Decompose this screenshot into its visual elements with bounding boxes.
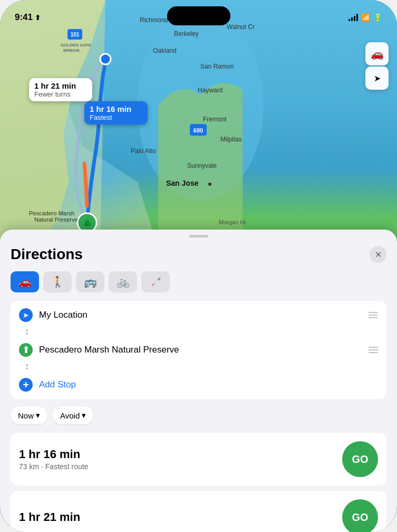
svg-text:BRIDGE: BRIDGE (63, 48, 80, 53)
signal-strength-icon (348, 14, 358, 21)
tab-drive[interactable]: 🚗 (11, 271, 39, 292)
route-1-time: 1 hr 21 min (34, 81, 87, 90)
route-1-label: Fewer turns (34, 90, 87, 98)
route-inputs: ➤ My Location (11, 301, 386, 399)
svg-text:680: 680 (193, 127, 203, 134)
status-icons: 📶 🔋 (348, 13, 382, 22)
time-label: Now (18, 411, 34, 420)
route-1-duration: 1 hr 16 min (19, 448, 89, 461)
destination-drag-handle[interactable] (369, 347, 378, 353)
avoid-picker[interactable]: Avoid ▾ (53, 406, 93, 424)
route-2-info: 1 hr 21 min (19, 510, 80, 524)
route-card-second[interactable]: 1 hr 21 min GO (11, 491, 386, 532)
route-bubble-fastest[interactable]: 1 hr 16 min Fastest (84, 101, 148, 125)
card-indicator (10, 433, 11, 486)
options-row: Now ▾ Avoid ▾ (11, 406, 386, 424)
svg-text:Berkeley: Berkeley (174, 30, 199, 37)
svg-text:Milpitas: Milpitas (220, 136, 242, 143)
svg-text:Fremont: Fremont (203, 116, 227, 123)
destination-row[interactable]: ⬆ Pescadero Marsh Natural Preserve (11, 336, 386, 364)
svg-text:San Jose: San Jose (166, 179, 199, 187)
wifi-icon: 📶 (361, 13, 370, 22)
go-button-1[interactable]: GO (342, 441, 378, 477)
navigation-icon: ➤ (23, 311, 29, 319)
svg-point-1 (100, 54, 111, 64)
tab-cycle[interactable]: 🚲 (109, 271, 137, 292)
map-area[interactable]: 🌲 680 101 Richmond Berkeley Walnut Cr Oa… (0, 0, 397, 243)
origin-row[interactable]: ➤ My Location (11, 301, 386, 329)
route-separator-2 (11, 331, 386, 336)
battery-icon: 🔋 (373, 13, 382, 22)
transport-tabs: 🚗 🚶 🚌 🚲 🦯 (11, 271, 386, 292)
svg-text:101: 101 (71, 32, 80, 37)
dynamic-island (167, 6, 230, 25)
destination-marker-icon: ⬆ (22, 344, 30, 356)
drive-mode-map-btn[interactable]: 🚗 (365, 42, 389, 65)
time-chevron-icon: ▾ (36, 411, 40, 420)
route-2-duration: 1 hr 21 min (19, 510, 80, 524)
time-display: 9:41 (15, 12, 33, 23)
route-separator-4 (11, 366, 386, 370)
svg-text:Oakland: Oakland (153, 47, 177, 54)
phone-frame: 9:41 ⬆ 📶 🔋 (0, 0, 397, 532)
route-2-time: 1 hr 16 min (90, 104, 142, 113)
svg-text:San Ramon: San Ramon (200, 63, 234, 70)
svg-text:GOLDEN GATE: GOLDEN GATE (61, 43, 92, 48)
svg-text:🌲: 🌲 (83, 218, 92, 227)
tab-accessibility[interactable]: 🦯 (141, 271, 170, 292)
map-background: 🌲 680 101 Richmond Berkeley Walnut Cr Oa… (0, 0, 397, 243)
origin-drag-handle[interactable] (369, 312, 378, 318)
route-1-info: 1 hr 16 min 73 km · Fastest route (19, 448, 89, 471)
directions-sheet: Directions ✕ 🚗 🚶 🚌 🚲 🦯 ➤ (0, 230, 397, 532)
svg-text:Natural Preserve: Natural Preserve (34, 216, 78, 223)
destination-text: Pescadero Marsh Natural Preserve (39, 345, 362, 355)
add-stop-row[interactable]: + Add Stop (11, 370, 386, 399)
location-arrow-icon: ⬆ (35, 14, 41, 22)
svg-text:Hayward: Hayward (198, 87, 222, 94)
origin-text: My Location (39, 310, 362, 320)
avoid-chevron-icon: ▾ (82, 411, 86, 420)
origin-icon: ➤ (19, 308, 33, 322)
close-button[interactable]: ✕ (370, 246, 386, 263)
route-2-label: Fastest (90, 113, 142, 121)
avoid-label: Avoid (60, 411, 80, 420)
route-1-details: 73 km · Fastest route (19, 462, 89, 471)
svg-text:Palo Alto: Palo Alto (131, 147, 156, 155)
status-time: 9:41 ⬆ (15, 12, 41, 23)
svg-text:Morgan Hi: Morgan Hi (219, 219, 246, 225)
location-center-btn[interactable]: ➤ (365, 66, 389, 90)
directions-header: Directions ✕ (11, 246, 386, 263)
route-svg: 🌲 680 101 Richmond Berkeley Walnut Cr Oa… (0, 0, 397, 243)
destination-icon: ⬆ (19, 343, 33, 357)
tab-walk[interactable]: 🚶 (43, 271, 72, 292)
svg-point-19 (208, 183, 211, 186)
page-wrapper: 9:41 ⬆ 📶 🔋 (0, 0, 397, 532)
add-stop-icon: + (19, 378, 33, 392)
route-card-fastest[interactable]: 1 hr 16 min 73 km · Fastest route GO (11, 433, 386, 486)
tab-transit[interactable]: 🚌 (76, 271, 104, 292)
route-bubble-fewer-turns[interactable]: 1 hr 21 min Fewer turns (29, 78, 92, 101)
directions-title: Directions (11, 246, 83, 263)
go-button-2[interactable]: GO (342, 499, 378, 532)
time-picker[interactable]: Now ▾ (11, 406, 47, 424)
svg-text:Pescadero Marsh: Pescadero Marsh (29, 210, 74, 216)
add-stop-text: Add Stop (39, 379, 378, 390)
svg-text:Sunnyvale: Sunnyvale (187, 162, 217, 169)
sheet-content: Directions ✕ 🚗 🚶 🚌 🚲 🦯 ➤ (0, 238, 397, 532)
map-controls: 🚗 ➤ (365, 42, 389, 90)
